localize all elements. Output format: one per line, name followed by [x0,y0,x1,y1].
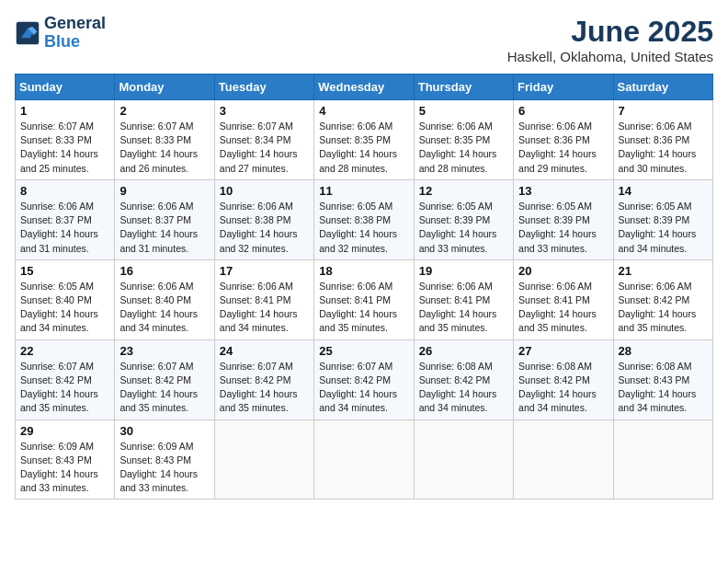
day-info: Sunrise: 6:06 AMSunset: 8:41 PMDaylight:… [419,280,508,336]
day-number: 1 [20,104,109,118]
table-row: 8Sunrise: 6:06 AMSunset: 8:37 PMDaylight… [16,179,115,259]
header-thursday: Thursday [414,75,513,100]
page-header: General Blue June 2025 Haskell, Oklahoma… [15,15,713,64]
logo: General Blue [15,15,106,52]
table-row: 13Sunrise: 6:05 AMSunset: 8:39 PMDayligh… [514,179,613,259]
table-row: 30Sunrise: 6:09 AMSunset: 8:43 PMDayligh… [115,419,214,500]
table-row: 16Sunrise: 6:06 AMSunset: 8:40 PMDayligh… [115,259,214,339]
day-number: 27 [518,344,608,358]
day-info: Sunrise: 6:05 AMSunset: 8:39 PMDaylight:… [619,200,708,256]
day-info: Sunrise: 6:07 AMSunset: 8:33 PMDaylight:… [20,120,109,176]
table-row: 19Sunrise: 6:06 AMSunset: 8:41 PMDayligh… [414,259,513,339]
day-number: 2 [119,104,209,118]
day-number: 7 [619,104,708,118]
day-info: Sunrise: 6:06 AMSunset: 8:36 PMDaylight:… [518,120,608,176]
day-info: Sunrise: 6:06 AMSunset: 8:41 PMDaylight:… [518,280,608,336]
day-number: 30 [119,424,209,438]
day-info: Sunrise: 6:08 AMSunset: 8:43 PMDaylight:… [619,360,708,416]
day-number: 22 [20,344,109,358]
table-row: 14Sunrise: 6:05 AMSunset: 8:39 PMDayligh… [613,179,712,259]
month-title: June 2025 [507,15,713,49]
weekday-header-row: Sunday Monday Tuesday Wednesday Thursday… [16,75,713,100]
day-number: 16 [119,264,209,278]
table-row [613,419,712,500]
table-row: 27Sunrise: 6:08 AMSunset: 8:42 PMDayligh… [514,339,613,419]
calendar-week-row: 8Sunrise: 6:06 AMSunset: 8:37 PMDaylight… [16,179,713,259]
table-row: 25Sunrise: 6:07 AMSunset: 8:42 PMDayligh… [314,339,414,419]
table-row [514,419,613,500]
day-info: Sunrise: 6:07 AMSunset: 8:42 PMDaylight:… [319,360,408,416]
day-number: 17 [220,264,309,278]
day-number: 18 [319,264,408,278]
day-number: 29 [20,424,109,438]
day-info: Sunrise: 6:06 AMSunset: 8:41 PMDaylight:… [319,280,408,336]
day-info: Sunrise: 6:07 AMSunset: 8:33 PMDaylight:… [119,120,209,176]
day-number: 11 [319,184,408,198]
table-row: 18Sunrise: 6:06 AMSunset: 8:41 PMDayligh… [314,259,414,339]
table-row: 4Sunrise: 6:06 AMSunset: 8:35 PMDaylight… [314,100,414,180]
table-row: 3Sunrise: 6:07 AMSunset: 8:34 PMDaylight… [214,100,313,180]
day-info: Sunrise: 6:05 AMSunset: 8:39 PMDaylight:… [419,200,508,256]
table-row: 17Sunrise: 6:06 AMSunset: 8:41 PMDayligh… [214,259,313,339]
calendar-week-row: 29Sunrise: 6:09 AMSunset: 8:43 PMDayligh… [16,419,713,500]
day-number: 25 [319,344,408,358]
table-row: 5Sunrise: 6:06 AMSunset: 8:35 PMDaylight… [414,100,513,180]
table-row: 21Sunrise: 6:06 AMSunset: 8:42 PMDayligh… [613,259,712,339]
table-row: 22Sunrise: 6:07 AMSunset: 8:42 PMDayligh… [16,339,115,419]
table-row: 10Sunrise: 6:06 AMSunset: 8:38 PMDayligh… [214,179,313,259]
day-number: 20 [518,264,608,278]
header-tuesday: Tuesday [214,75,313,100]
header-saturday: Saturday [613,75,712,100]
calendar-week-row: 22Sunrise: 6:07 AMSunset: 8:42 PMDayligh… [16,339,713,419]
table-row: 12Sunrise: 6:05 AMSunset: 8:39 PMDayligh… [414,179,513,259]
header-monday: Monday [115,75,214,100]
day-info: Sunrise: 6:09 AMSunset: 8:43 PMDaylight:… [119,440,209,496]
logo-text: General Blue [44,15,106,52]
title-block: June 2025 Haskell, Oklahoma, United Stat… [507,15,713,64]
day-number: 26 [419,344,508,358]
location-title: Haskell, Oklahoma, United States [507,49,713,64]
day-info: Sunrise: 6:06 AMSunset: 8:37 PMDaylight:… [20,200,109,256]
table-row: 15Sunrise: 6:05 AMSunset: 8:40 PMDayligh… [16,259,115,339]
day-number: 14 [619,184,708,198]
day-info: Sunrise: 6:06 AMSunset: 8:35 PMDaylight:… [419,120,508,176]
day-number: 8 [20,184,109,198]
table-row: 7Sunrise: 6:06 AMSunset: 8:36 PMDaylight… [613,100,712,180]
day-info: Sunrise: 6:05 AMSunset: 8:38 PMDaylight:… [319,200,408,256]
day-number: 24 [220,344,309,358]
calendar-week-row: 1Sunrise: 6:07 AMSunset: 8:33 PMDaylight… [16,100,713,180]
day-info: Sunrise: 6:06 AMSunset: 8:36 PMDaylight:… [619,120,708,176]
day-number: 10 [220,184,309,198]
table-row [314,419,414,500]
day-info: Sunrise: 6:06 AMSunset: 8:41 PMDaylight:… [220,280,309,336]
day-number: 4 [319,104,408,118]
table-row: 20Sunrise: 6:06 AMSunset: 8:41 PMDayligh… [514,259,613,339]
day-number: 19 [419,264,508,278]
table-row [414,419,513,500]
day-info: Sunrise: 6:06 AMSunset: 8:40 PMDaylight:… [119,280,209,336]
day-number: 6 [518,104,608,118]
day-info: Sunrise: 6:06 AMSunset: 8:38 PMDaylight:… [220,200,309,256]
table-row: 6Sunrise: 6:06 AMSunset: 8:36 PMDaylight… [514,100,613,180]
table-row: 24Sunrise: 6:07 AMSunset: 8:42 PMDayligh… [214,339,313,419]
table-row: 2Sunrise: 6:07 AMSunset: 8:33 PMDaylight… [115,100,214,180]
header-wednesday: Wednesday [314,75,414,100]
day-info: Sunrise: 6:07 AMSunset: 8:42 PMDaylight:… [119,360,209,416]
day-info: Sunrise: 6:07 AMSunset: 8:42 PMDaylight:… [20,360,109,416]
table-row: 11Sunrise: 6:05 AMSunset: 8:38 PMDayligh… [314,179,414,259]
header-friday: Friday [514,75,613,100]
day-number: 9 [119,184,209,198]
day-number: 3 [220,104,309,118]
day-number: 23 [119,344,209,358]
day-info: Sunrise: 6:09 AMSunset: 8:43 PMDaylight:… [20,440,109,496]
day-number: 15 [20,264,109,278]
day-info: Sunrise: 6:07 AMSunset: 8:42 PMDaylight:… [220,360,309,416]
day-info: Sunrise: 6:08 AMSunset: 8:42 PMDaylight:… [419,360,508,416]
day-info: Sunrise: 6:06 AMSunset: 8:35 PMDaylight:… [319,120,408,176]
day-number: 12 [419,184,508,198]
day-info: Sunrise: 6:05 AMSunset: 8:39 PMDaylight:… [518,200,608,256]
day-info: Sunrise: 6:07 AMSunset: 8:34 PMDaylight:… [220,120,309,176]
day-number: 21 [619,264,708,278]
day-info: Sunrise: 6:06 AMSunset: 8:42 PMDaylight:… [619,280,708,336]
header-sunday: Sunday [16,75,115,100]
